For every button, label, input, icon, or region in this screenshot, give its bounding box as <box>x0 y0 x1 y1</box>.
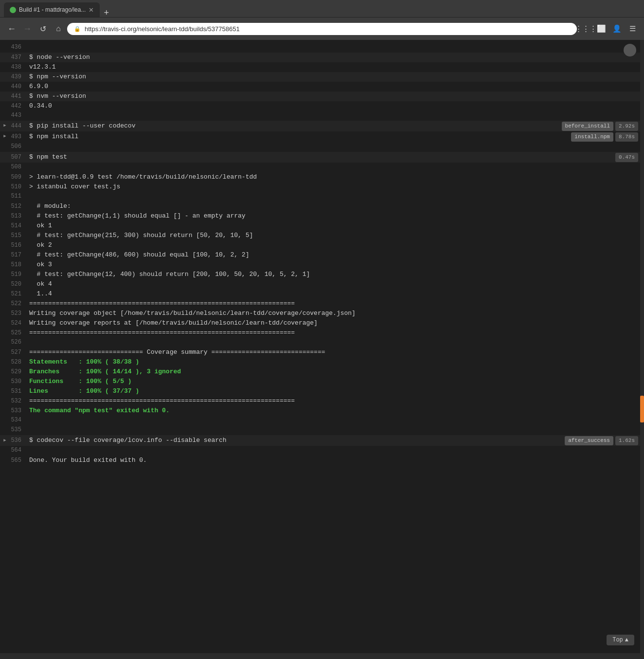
line-493[interactable]: ▶ 493 $ npm install install.npm 8.78s <box>0 131 644 142</box>
bookmarks-button[interactable]: ⋮⋮⋮ <box>579 22 592 36</box>
line-content: Lines : 100% ( 37/37 ) <box>29 386 634 396</box>
back-button[interactable]: ← <box>5 22 18 36</box>
badge-after-success: after_success <box>565 436 613 445</box>
line-num: 521 <box>0 290 29 298</box>
line-content: $ codecov --file coverage/lcov.info --di… <box>29 436 561 445</box>
line-509: 509 > learn-tdd@1.0.9 test /home/travis/… <box>0 172 644 182</box>
line-522: 522 ====================================… <box>0 299 644 309</box>
line-531: 531 Lines : 100% ( 37/37 ) <box>0 386 644 396</box>
line-num: 513 <box>0 212 29 220</box>
line-num: 532 <box>0 397 29 405</box>
line-content: v12.3.1 <box>29 62 634 72</box>
line-num: 512 <box>0 202 29 211</box>
line-content: 1..4 <box>29 289 634 299</box>
line-519: 519 # test: getChange(12, 400) should re… <box>0 270 644 279</box>
line-content: Functions : 100% ( 5/5 ) <box>29 377 634 386</box>
tab-close-icon[interactable]: ✕ <box>89 6 94 14</box>
line-num: 437 <box>0 53 29 62</box>
line-441: 441 $ nvm --version <box>0 92 644 101</box>
line-num: 506 <box>0 142 29 151</box>
line-num: 516 <box>0 241 29 250</box>
line-num: 511 <box>0 192 29 201</box>
top-label: Top <box>612 637 623 643</box>
line-443: 443 <box>0 111 644 121</box>
line-num: 442 <box>0 102 29 110</box>
line-530: 530 Functions : 100% ( 5/5 ) <box>0 377 644 386</box>
line-content: # module: <box>29 201 634 211</box>
line-content: > learn-tdd@1.0.9 test /home/travis/buil… <box>29 172 634 182</box>
badge-before-install: before_install <box>562 122 613 131</box>
line-535: 535 <box>0 425 644 435</box>
line-content: 0.34.0 <box>29 101 634 111</box>
line-528: 528 Statements : 100% ( 38/38 ) <box>0 357 644 367</box>
tab-title: Build #1 - mattdrago/lea... <box>19 6 86 13</box>
terminal: 436 437 $ node --version 438 v12.3.1 439… <box>0 40 644 653</box>
line-438: 438 v12.3.1 <box>0 62 644 72</box>
browser-tabs: Build #1 - mattdrago/lea... ✕ + <box>0 0 644 18</box>
line-num: 518 <box>0 260 29 269</box>
line-444[interactable]: ▶ 444 $ pip install --user codecov befor… <box>0 121 644 131</box>
line-533: 533 The command "npm test" exited with 0… <box>0 406 644 416</box>
line-num: 530 <box>0 377 29 386</box>
badge-install-npm: install.npm <box>571 132 613 142</box>
line-num: 523 <box>0 309 29 318</box>
line-num: 535 <box>0 425 29 434</box>
line-content: Statements : 100% ( 38/38 ) <box>29 357 634 367</box>
line-num: 436 <box>0 43 29 52</box>
line-508: 508 <box>0 163 644 172</box>
line-num: 529 <box>0 367 29 376</box>
line-num: 438 <box>0 63 29 72</box>
line-534: 534 <box>0 416 644 425</box>
line-523: 523 Writing coverage object [/home/travi… <box>0 309 644 318</box>
home-button[interactable]: ⌂ <box>52 22 65 36</box>
line-num: 517 <box>0 251 29 259</box>
reader-button[interactable]: ⬜ <box>594 22 608 36</box>
line-content: $ nvm --version <box>29 92 634 101</box>
line-content: > istanbul cover test.js <box>29 182 634 192</box>
line-content: # test: getChange(215, 300) should retur… <box>29 231 634 240</box>
line-content: ========================================… <box>29 299 634 309</box>
line-524: 524 Writing coverage reports at [/home/t… <box>0 318 644 328</box>
line-num: 564 <box>0 446 29 455</box>
line-content: ok 3 <box>29 260 634 270</box>
line-521: 521 1..4 <box>0 289 644 299</box>
refresh-button[interactable]: ↺ <box>36 22 50 36</box>
line-content: ok 1 <box>29 221 634 231</box>
line-num: 525 <box>0 329 29 337</box>
new-tab-button[interactable]: + <box>100 8 113 17</box>
line-526: 526 <box>0 338 644 348</box>
line-513: 513 # test: getChange(1,1) should equal … <box>0 211 644 221</box>
scrollbar-thumb[interactable] <box>640 396 644 422</box>
line-content: $ npm install <box>29 132 567 142</box>
line-437: 437 $ node --version <box>0 53 644 62</box>
line-num: 524 <box>0 319 29 328</box>
line-content: Writing coverage reports at [/home/travi… <box>29 318 634 328</box>
line-516: 516 ok 2 <box>0 240 644 250</box>
browser-actions: ⋮⋮⋮ ⬜ 👤 ☰ <box>579 22 639 36</box>
line-num: 507 <box>10 153 29 162</box>
forward-button[interactable]: → <box>20 22 34 36</box>
collapse-icon-493: ▶ <box>0 133 10 140</box>
active-tab[interactable]: Build #1 - mattdrago/lea... ✕ <box>4 2 100 17</box>
scrollbar-track[interactable] <box>640 40 644 653</box>
line-num: 536 <box>10 436 29 445</box>
line-num: 439 <box>0 73 29 81</box>
line-num: 533 <box>0 406 29 415</box>
line-content: ============================== Coverage … <box>29 348 634 357</box>
menu-button[interactable]: ☰ <box>626 22 639 36</box>
line-num: 565 <box>0 456 29 465</box>
line-520: 520 ok 4 <box>0 279 644 289</box>
url-input[interactable] <box>85 25 570 33</box>
top-button[interactable]: Top ▲ <box>607 635 634 645</box>
line-content: Writing coverage object [/home/travis/bu… <box>29 309 634 318</box>
line-515: 515 # test: getChange(215, 300) should r… <box>0 231 644 240</box>
line-content: ========================================… <box>29 396 634 406</box>
line-num: 509 <box>0 173 29 182</box>
badge-time-444: 2.92s <box>615 122 638 131</box>
line-564: 564 <box>0 446 644 456</box>
account-button[interactable]: 👤 <box>610 22 624 36</box>
line-num: 440 <box>0 82 29 91</box>
line-536[interactable]: ▶ 536 $ codecov --file coverage/lcov.inf… <box>0 435 644 446</box>
address-bar[interactable]: 🔒 <box>67 23 577 35</box>
line-content: # test: getChange(12, 400) should return… <box>29 270 634 279</box>
